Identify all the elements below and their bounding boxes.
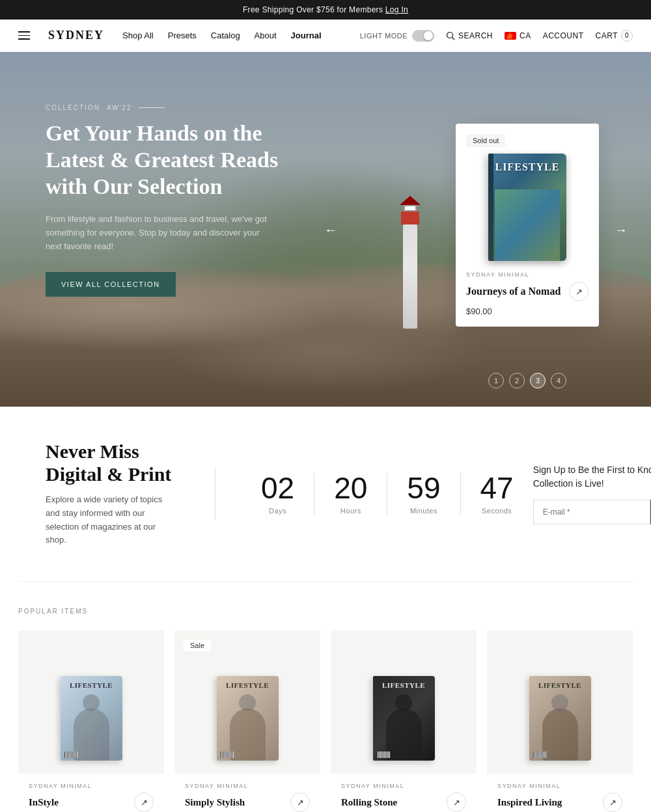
toggle-pill[interactable] (412, 30, 434, 42)
hero-product-name: Journeys of a Nomad (466, 286, 561, 297)
flag-icon: 🍁 (505, 32, 516, 40)
product-name: Rolling Stone (341, 797, 397, 808)
countdown-units: 02 Days 20 Hours 59 Minutes 47 Seconds (242, 473, 533, 515)
hero-carousel-dots: 1 2 3 4 (488, 373, 566, 388)
banner-login-link[interactable]: Log In (385, 5, 408, 14)
product-info-instyle: SYDNAY MINIMAL InStyle ↗ $110.00 (18, 774, 164, 812)
hero-next-arrow[interactable]: → (609, 217, 633, 242)
country-code: CA (519, 31, 531, 40)
banner-text: Free Shipping Over $756 for Members (243, 5, 383, 14)
lighthouse-illustration (391, 198, 430, 329)
svg-line-1 (452, 37, 455, 40)
person-silhouette (230, 709, 266, 761)
product-card-instyle[interactable]: LIFESTYLE SYDNAY MINIMAL InStyle ↗ $110.… (18, 630, 164, 812)
site-logo[interactable]: SYDNEY (48, 29, 104, 42)
product-card-rolling[interactable]: LIFESTYLE SYDNAY MINIMAL Rolling Stone ↗… (331, 630, 477, 812)
book-cover-image (488, 183, 566, 261)
account-button[interactable]: ACCOUNT (543, 31, 584, 40)
light-mode-toggle[interactable]: LIGHT MODE (360, 30, 434, 42)
product-link-arrow[interactable]: ↗ (447, 792, 466, 812)
countdown-description: Explore a wide variety of topics and sta… (46, 493, 163, 547)
countdown-seconds: 47 Seconds (461, 473, 533, 515)
hero-product-price: $90.00 (466, 306, 589, 316)
nav-presets[interactable]: Presets (168, 31, 197, 40)
hero-product-brand: SYDNAY MINIMAL (466, 271, 589, 278)
countdown-heading: Never Miss Digital & Print (46, 440, 189, 485)
product-name: Simply Stylish (185, 797, 245, 808)
countdown-hours: 20 Hours (314, 473, 387, 515)
sold-out-badge: Sold out (466, 134, 505, 147)
mag-title: LIFESTYLE (373, 681, 435, 689)
carousel-dot-2[interactable]: 2 (509, 373, 525, 388)
hero-product-card: Sold out LIFESTYLE SYDNAY MINIMAL Journe… (456, 124, 599, 327)
hero-description: From lifestyle and fashion to business a… (46, 213, 267, 253)
nav-shop-all[interactable]: Shop All (122, 31, 154, 40)
hamburger-menu[interactable] (18, 31, 30, 40)
product-card-rolling-img: LIFESTYLE (331, 630, 477, 774)
product-name-row: Simply Stylish ↗ (185, 792, 310, 812)
collection-season: AW'22 (107, 104, 132, 111)
hero-title: Get Your Hands on the Latest & Greatest … (46, 120, 293, 200)
magazine-cover-inspired: LIFESTYLE (529, 676, 591, 761)
carousel-dot-4[interactable]: 4 (551, 373, 566, 388)
cart-button[interactable]: CART 0 (596, 30, 633, 42)
product-name: InStyle (29, 797, 59, 808)
product-name-row: InStyle ↗ (29, 792, 154, 812)
countdown-section: Never Miss Digital & Print Explore a wid… (0, 407, 651, 581)
product-link-arrow[interactable]: ↗ (603, 792, 622, 812)
countdown-days-label: Days (269, 507, 286, 515)
product-link-arrow[interactable]: ↗ (134, 792, 154, 812)
countdown-text-area: Never Miss Digital & Print Explore a wid… (46, 440, 189, 547)
book-cover-design: LIFESTYLE (488, 154, 566, 261)
magazine-cover-simply: LIFESTYLE (217, 676, 279, 761)
countdown-hours-label: Hours (340, 507, 361, 515)
hero-product-name-row: Journeys of a Nomad ↗ (466, 282, 589, 301)
view-collection-button[interactable]: VIEW ALL COLLECTION (46, 272, 176, 297)
magazine-cover-rolling: LIFESTYLE (373, 676, 435, 761)
products-grid: LIFESTYLE SYDNAY MINIMAL InStyle ↗ $110.… (18, 630, 633, 812)
nav-journal[interactable]: Journal (291, 31, 322, 40)
product-card-simply[interactable]: Sale LIFESTYLE SYDNAY MINIMAL Simply Sty… (174, 630, 320, 812)
country-selector[interactable]: 🍁 CA (505, 31, 531, 40)
product-name-row: Inspired Living ↗ (497, 792, 622, 812)
mag-title: LIFESTYLE (529, 681, 591, 689)
top-banner: Free Shipping Over $756 for Members Log … (0, 0, 651, 20)
collection-text: COLLECTION (46, 104, 100, 111)
cart-count: 0 (621, 30, 633, 42)
countdown-divider (215, 468, 215, 520)
collection-label: COLLECTION AW'22 (46, 104, 293, 111)
product-brand: SYDNAY MINIMAL (341, 783, 466, 789)
countdown-minutes-label: Minutes (410, 507, 437, 515)
product-brand: SYDNAY MINIMAL (497, 783, 622, 789)
nav-about[interactable]: About (255, 31, 277, 40)
sale-badge: Sale (184, 640, 211, 651)
product-info-inspired: SYDNAY MINIMAL Inspired Living ↗ $160.00 (487, 774, 633, 812)
product-card-inspired[interactable]: LIFESTYLE SYDNAY MINIMAL Inspired Living… (487, 630, 633, 812)
carousel-dot-1[interactable]: 1 (488, 373, 504, 388)
hero-prev-arrow[interactable]: ← (319, 217, 342, 242)
search-icon (446, 31, 455, 40)
search-button[interactable]: SEARCH (446, 31, 493, 40)
toggle-knob (424, 31, 433, 40)
email-input[interactable] (533, 500, 650, 524)
book-cover-title: LIFESTYLE (488, 161, 566, 173)
mag-barcode (221, 751, 234, 758)
product-name-row: Rolling Stone ↗ (341, 792, 466, 812)
carousel-dot-3[interactable]: 3 (530, 373, 546, 388)
countdown-seconds-value: 47 (480, 473, 514, 503)
countdown-hours-value: 20 (334, 473, 367, 503)
countdown-minutes-value: 59 (407, 473, 440, 503)
person-silhouette (74, 709, 109, 761)
cart-label: CART (596, 31, 618, 40)
account-label: ACCOUNT (543, 31, 584, 40)
nav-catalog[interactable]: Catalog (211, 31, 240, 40)
lighthouse-tower (403, 224, 417, 329)
subscribe-text: Sign Up to Be the First to Know When the… (533, 463, 651, 491)
hero-product-link[interactable]: ↗ (569, 282, 589, 301)
subscribe-area: Sign Up to Be the First to Know When the… (533, 463, 651, 524)
product-link-arrow[interactable]: ↗ (290, 792, 310, 812)
svg-point-0 (447, 32, 453, 38)
header-left: SYDNEY Shop All Presets Catalog About Jo… (18, 29, 322, 42)
header-right: LIGHT MODE SEARCH 🍁 CA ACCOUNT CART 0 (360, 30, 633, 42)
lighthouse-light (404, 205, 417, 211)
